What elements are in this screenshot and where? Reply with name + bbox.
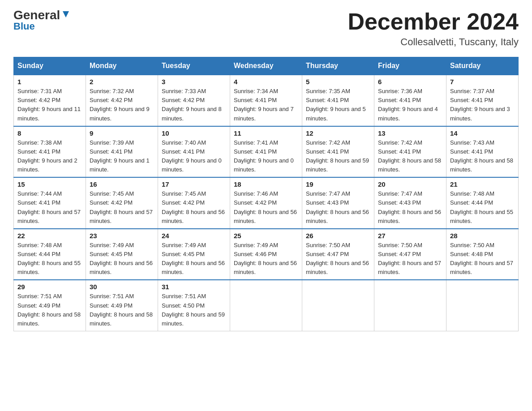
day-number: 14 (450, 129, 515, 137)
calendar-cell: 18 Sunrise: 7:46 AMSunset: 4:42 PMDaylig… (230, 177, 302, 229)
day-number: 12 (306, 129, 370, 137)
day-number: 10 (162, 129, 226, 137)
weekday-header-monday: Monday (86, 57, 158, 75)
day-info: Sunrise: 7:47 AMSunset: 4:43 PMDaylight:… (306, 190, 369, 224)
day-number: 28 (450, 232, 515, 240)
calendar-cell: 21 Sunrise: 7:48 AMSunset: 4:44 PMDaylig… (446, 177, 519, 229)
calendar-cell: 16 Sunrise: 7:45 AMSunset: 4:42 PMDaylig… (86, 177, 158, 229)
day-number: 1 (17, 78, 82, 86)
weekday-header-sunday: Sunday (14, 57, 86, 75)
calendar-cell: 31 Sunrise: 7:51 AMSunset: 4:50 PMDaylig… (158, 280, 230, 331)
calendar-cell: 8 Sunrise: 7:38 AMSunset: 4:41 PMDayligh… (14, 126, 86, 178)
calendar-cell: 13 Sunrise: 7:42 AMSunset: 4:41 PMDaylig… (374, 126, 446, 178)
day-number: 26 (306, 232, 370, 240)
calendar-cell: 10 Sunrise: 7:40 AMSunset: 4:41 PMDaylig… (158, 126, 230, 178)
weekday-header-wednesday: Wednesday (230, 57, 302, 75)
day-number: 5 (306, 78, 370, 86)
title-area: December 2024 Collesalvetti, Tuscany, It… (348, 9, 519, 48)
calendar-week-5: 29 Sunrise: 7:51 AMSunset: 4:49 PMDaylig… (14, 280, 519, 331)
logo: General Blue (13, 9, 71, 32)
day-info: Sunrise: 7:35 AMSunset: 4:41 PMDaylight:… (306, 88, 366, 121)
calendar-cell: 23 Sunrise: 7:49 AMSunset: 4:45 PMDaylig… (86, 229, 158, 280)
calendar-cell: 30 Sunrise: 7:51 AMSunset: 4:49 PMDaylig… (86, 280, 158, 331)
calendar-cell: 4 Sunrise: 7:34 AMSunset: 4:41 PMDayligh… (230, 75, 302, 126)
day-info: Sunrise: 7:39 AMSunset: 4:41 PMDaylight:… (90, 139, 150, 173)
calendar-cell: 3 Sunrise: 7:33 AMSunset: 4:42 PMDayligh… (158, 75, 230, 126)
calendar-cell (302, 280, 374, 331)
calendar-cell: 28 Sunrise: 7:50 AMSunset: 4:48 PMDaylig… (446, 229, 519, 280)
calendar-cell: 5 Sunrise: 7:35 AMSunset: 4:41 PMDayligh… (302, 75, 374, 126)
calendar-title: December 2024 (348, 9, 519, 34)
day-info: Sunrise: 7:50 AMSunset: 4:47 PMDaylight:… (306, 242, 369, 275)
calendar-cell: 11 Sunrise: 7:41 AMSunset: 4:41 PMDaylig… (230, 126, 302, 178)
day-number: 25 (234, 232, 298, 240)
weekday-header-tuesday: Tuesday (158, 57, 230, 75)
day-info: Sunrise: 7:34 AMSunset: 4:41 PMDaylight:… (234, 88, 294, 121)
day-number: 8 (17, 129, 82, 137)
day-number: 16 (90, 180, 154, 188)
day-info: Sunrise: 7:37 AMSunset: 4:41 PMDaylight:… (450, 88, 510, 121)
calendar-subtitle: Collesalvetti, Tuscany, Italy (348, 36, 519, 48)
day-info: Sunrise: 7:38 AMSunset: 4:41 PMDaylight:… (17, 139, 77, 173)
day-info: Sunrise: 7:33 AMSunset: 4:42 PMDaylight:… (162, 88, 222, 121)
day-number: 13 (378, 129, 442, 137)
day-number: 17 (162, 180, 226, 188)
calendar-cell: 20 Sunrise: 7:47 AMSunset: 4:43 PMDaylig… (374, 177, 446, 229)
calendar-cell: 12 Sunrise: 7:42 AMSunset: 4:41 PMDaylig… (302, 126, 374, 178)
weekday-header-thursday: Thursday (302, 57, 374, 75)
day-info: Sunrise: 7:42 AMSunset: 4:41 PMDaylight:… (378, 139, 441, 173)
day-info: Sunrise: 7:47 AMSunset: 4:43 PMDaylight:… (378, 190, 441, 224)
calendar-week-4: 22 Sunrise: 7:48 AMSunset: 4:44 PMDaylig… (14, 229, 519, 280)
day-info: Sunrise: 7:50 AMSunset: 4:47 PMDaylight:… (378, 242, 441, 275)
day-number: 7 (450, 78, 515, 86)
day-number: 30 (90, 283, 154, 291)
calendar-week-3: 15 Sunrise: 7:44 AMSunset: 4:41 PMDaylig… (14, 177, 519, 229)
day-info: Sunrise: 7:44 AMSunset: 4:41 PMDaylight:… (17, 190, 81, 224)
calendar-week-1: 1 Sunrise: 7:31 AMSunset: 4:42 PMDayligh… (14, 75, 519, 126)
day-info: Sunrise: 7:43 AMSunset: 4:41 PMDaylight:… (450, 139, 513, 173)
calendar-cell: 1 Sunrise: 7:31 AMSunset: 4:42 PMDayligh… (14, 75, 86, 126)
calendar-cell (446, 280, 519, 331)
calendar-cell: 2 Sunrise: 7:32 AMSunset: 4:42 PMDayligh… (86, 75, 158, 126)
calendar-cell: 25 Sunrise: 7:49 AMSunset: 4:46 PMDaylig… (230, 229, 302, 280)
day-number: 19 (306, 180, 370, 188)
calendar-cell: 24 Sunrise: 7:49 AMSunset: 4:45 PMDaylig… (158, 229, 230, 280)
day-info: Sunrise: 7:49 AMSunset: 4:46 PMDaylight:… (234, 242, 297, 275)
calendar-cell: 9 Sunrise: 7:39 AMSunset: 4:41 PMDayligh… (86, 126, 158, 178)
day-info: Sunrise: 7:45 AMSunset: 4:42 PMDaylight:… (90, 190, 153, 224)
day-info: Sunrise: 7:41 AMSunset: 4:41 PMDaylight:… (234, 139, 294, 173)
day-info: Sunrise: 7:49 AMSunset: 4:45 PMDaylight:… (162, 242, 225, 275)
day-number: 18 (234, 180, 298, 188)
day-number: 22 (17, 232, 82, 240)
day-number: 27 (378, 232, 442, 240)
svg-marker-0 (63, 11, 69, 17)
day-info: Sunrise: 7:49 AMSunset: 4:45 PMDaylight:… (90, 242, 153, 275)
weekday-header-saturday: Saturday (446, 57, 519, 75)
day-number: 23 (90, 232, 154, 240)
calendar-cell: 29 Sunrise: 7:51 AMSunset: 4:49 PMDaylig… (14, 280, 86, 331)
calendar-cell: 27 Sunrise: 7:50 AMSunset: 4:47 PMDaylig… (374, 229, 446, 280)
calendar-week-2: 8 Sunrise: 7:38 AMSunset: 4:41 PMDayligh… (14, 126, 519, 178)
day-info: Sunrise: 7:42 AMSunset: 4:41 PMDaylight:… (306, 139, 369, 173)
calendar-cell: 19 Sunrise: 7:47 AMSunset: 4:43 PMDaylig… (302, 177, 374, 229)
day-info: Sunrise: 7:46 AMSunset: 4:42 PMDaylight:… (234, 190, 297, 224)
calendar-cell: 15 Sunrise: 7:44 AMSunset: 4:41 PMDaylig… (14, 177, 86, 229)
logo-blue: Blue (13, 21, 35, 32)
day-info: Sunrise: 7:45 AMSunset: 4:42 PMDaylight:… (162, 190, 225, 224)
day-info: Sunrise: 7:32 AMSunset: 4:42 PMDaylight:… (90, 88, 150, 121)
day-info: Sunrise: 7:40 AMSunset: 4:41 PMDaylight:… (162, 139, 222, 173)
day-number: 31 (162, 283, 226, 291)
day-info: Sunrise: 7:48 AMSunset: 4:44 PMDaylight:… (17, 242, 81, 275)
day-info: Sunrise: 7:51 AMSunset: 4:49 PMDaylight:… (17, 293, 81, 326)
day-info: Sunrise: 7:36 AMSunset: 4:41 PMDaylight:… (378, 88, 438, 121)
day-number: 21 (450, 180, 515, 188)
day-number: 2 (90, 78, 154, 86)
day-number: 4 (234, 78, 298, 86)
day-info: Sunrise: 7:50 AMSunset: 4:48 PMDaylight:… (450, 242, 513, 275)
day-number: 6 (378, 78, 442, 86)
day-number: 24 (162, 232, 226, 240)
day-info: Sunrise: 7:48 AMSunset: 4:44 PMDaylight:… (450, 190, 513, 224)
logo-triangle-icon (61, 9, 71, 19)
day-number: 11 (234, 129, 298, 137)
calendar-cell (230, 280, 302, 331)
